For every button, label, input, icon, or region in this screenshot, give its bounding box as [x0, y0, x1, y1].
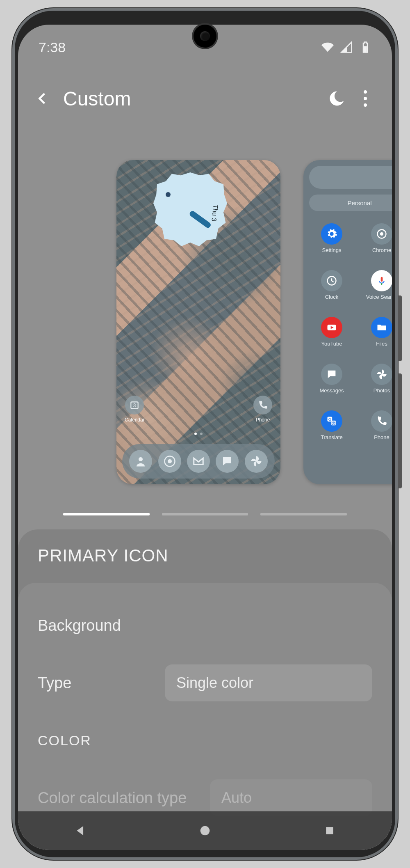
front-camera — [194, 25, 216, 48]
dock — [122, 444, 275, 479]
sheet-header: PRIMARY ICON — [18, 529, 392, 585]
svg-text:3: 3 — [133, 403, 136, 408]
phone-app-icon[interactable]: Phone — [253, 396, 272, 423]
pinwheel-icon — [250, 455, 262, 467]
dock-photos[interactable] — [245, 450, 268, 473]
preview-carousel[interactable]: Thu 3 3 Calendar Phone — [18, 144, 392, 509]
status-icons — [321, 41, 371, 53]
chrome-icon — [164, 455, 176, 467]
background-row[interactable]: Background — [38, 597, 372, 654]
drawer-grid: Settings Chrome Clock Voice Search YouTu… — [303, 220, 392, 479]
clock-date: Thu 3 — [210, 204, 219, 222]
page-title: Custom — [63, 87, 322, 110]
type-value[interactable]: Single color — [165, 664, 372, 701]
drawer-app-files[interactable]: Files — [357, 314, 392, 360]
clock-widget: Thu 3 — [153, 172, 227, 246]
triangle-back-icon — [73, 824, 87, 838]
svg-text:G: G — [328, 417, 331, 421]
chrome-icon — [371, 223, 392, 245]
tab-indicator[interactable] — [63, 513, 347, 516]
drawer-app-phone[interactable]: Phone — [357, 407, 392, 454]
dock-chrome[interactable] — [158, 450, 181, 473]
dock-messages[interactable] — [216, 450, 239, 473]
translate-icon: G文 — [321, 410, 342, 432]
chat-icon — [321, 364, 342, 385]
power-button[interactable] — [398, 373, 402, 488]
home-icon-row: 3 Calendar Phone — [116, 396, 280, 423]
nav-back[interactable] — [71, 821, 90, 840]
more-vert-icon — [364, 90, 367, 107]
dock-gmail[interactable] — [187, 450, 210, 473]
volume-button[interactable] — [398, 295, 402, 361]
phone-icon — [371, 410, 392, 432]
circle-home-icon — [198, 824, 212, 838]
drawer-app-messages[interactable]: Messages — [307, 360, 357, 407]
back-button[interactable] — [30, 86, 55, 111]
svg-rect-16 — [326, 827, 333, 834]
drawer-app-chrome[interactable]: Chrome — [357, 220, 392, 267]
drawer-app-photos[interactable]: Photos — [357, 360, 392, 407]
svg-point-2 — [139, 457, 143, 461]
clock-icon — [321, 270, 342, 291]
dark-mode-button[interactable] — [322, 84, 351, 113]
drawer-tab[interactable]: Personal — [309, 195, 392, 211]
color-heading: COLOR — [38, 712, 372, 769]
calendar-app-icon[interactable]: 3 Calendar — [125, 396, 145, 423]
gear-icon — [321, 223, 342, 245]
drawer-app-clock[interactable]: Clock — [307, 267, 357, 314]
folder-icon — [371, 317, 392, 338]
phone-icon — [253, 396, 272, 415]
square-recents-icon — [323, 824, 336, 837]
chat-icon — [221, 455, 233, 467]
signal-icon — [340, 41, 353, 53]
drawer-app-translate[interactable]: G文Translate — [307, 407, 357, 454]
sheet-card: Background Type Single color COLOR Color… — [18, 583, 392, 850]
drawer-app-youtube[interactable]: YouTube — [307, 314, 357, 360]
drawer-app-voice-search[interactable]: Voice Search — [357, 267, 392, 314]
type-label: Type — [38, 674, 165, 692]
wifi-icon — [321, 41, 334, 53]
app-drawer-preview[interactable]: Sea Personal Settings Chrome Clock Voice… — [303, 160, 392, 484]
battery-icon — [359, 41, 371, 53]
type-row[interactable]: Type Single color — [38, 654, 372, 712]
calendar-icon: 3 — [125, 396, 144, 415]
svg-point-6 — [380, 232, 383, 236]
more-button[interactable] — [351, 84, 380, 113]
calc-value[interactable]: Auto — [210, 779, 372, 816]
pinwheel-icon — [371, 364, 392, 385]
background-label: Background — [38, 617, 372, 634]
calc-label: Color calculation type — [38, 789, 210, 807]
app-bar: Custom — [18, 74, 392, 123]
svg-point-15 — [200, 826, 210, 836]
gmail-icon — [192, 455, 205, 467]
app-label: Calendar — [125, 417, 145, 423]
dock-contacts[interactable] — [129, 450, 152, 473]
navigation-bar — [18, 811, 392, 850]
status-time: 7:38 — [39, 39, 66, 55]
moon-icon — [328, 90, 345, 107]
svg-rect-8 — [381, 277, 383, 282]
person-icon — [134, 455, 147, 467]
screen: 7:38 Custom — [18, 25, 392, 850]
settings-sheet: PRIMARY ICON Background Type Single colo… — [18, 529, 392, 850]
drawer-app-settings[interactable]: Settings — [307, 220, 357, 267]
app-label: Phone — [256, 417, 270, 423]
svg-point-4 — [168, 459, 172, 463]
chevron-left-icon — [35, 91, 50, 106]
nav-recents[interactable] — [320, 821, 339, 840]
mic-icon — [371, 270, 392, 291]
home-preview[interactable]: Thu 3 3 Calendar Phone — [116, 160, 280, 484]
phone-frame: 7:38 Custom — [12, 8, 398, 860]
drawer-search-bar[interactable]: Sea — [309, 166, 392, 189]
nav-home[interactable] — [196, 821, 214, 840]
page-indicator — [194, 433, 203, 435]
svg-text:文: 文 — [332, 421, 335, 425]
youtube-icon — [321, 317, 342, 338]
